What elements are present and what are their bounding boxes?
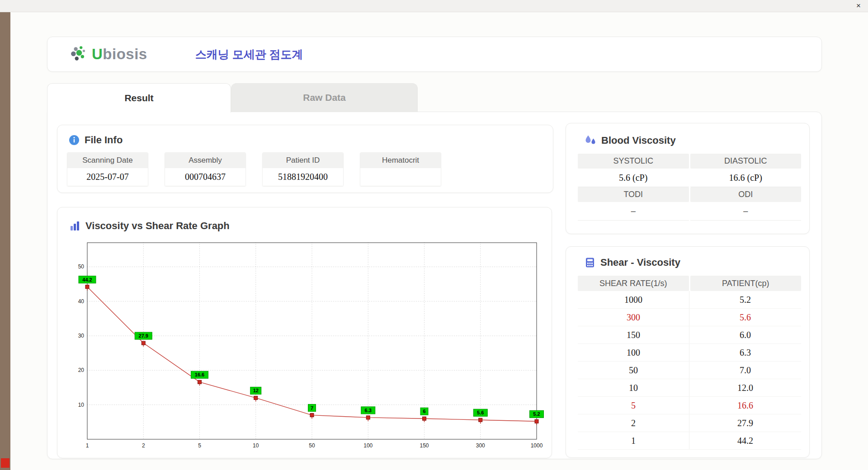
file-info-fields: Scanning Date 2025-07-07 Assembly 000704… [67,152,553,186]
page-title: 스캐닝 모세관 점도계 [195,47,303,62]
logo-dots-icon [69,45,89,64]
shear-rate-column-header: SHEAR RATE(1/s) [578,276,689,291]
field-scanning-date: Scanning Date 2025-07-07 [67,152,148,186]
graph-title-row: Viscosity vs Shear Rate Graph [69,220,552,232]
blood-viscosity-title-row: Blood Viscosity [584,134,809,146]
shear-row: 1000 5.2 [578,291,801,309]
desktop-edge-strip [0,12,10,470]
shear-viscosity-table: SHEAR RATE(1/s) PATIENT(cp) 1000 5.2 300… [578,276,801,450]
svg-text:16.6: 16.6 [195,372,204,377]
blood-viscosity-table: SYSTOLIC DIASTOLIC 5.6 (cP) 16.6 (cP) TO… [578,154,801,221]
blood-viscosity-title: Blood Viscosity [601,135,676,146]
info-icon [68,134,80,146]
patient-viscosity-value: 7.0 [689,362,801,379]
shear-row: 150 6.0 [578,326,801,344]
shear-row: 10 12.0 [578,379,801,397]
patient-viscosity-value: 5.6 [689,309,801,326]
bar-chart-icon [69,220,81,232]
field-assembly: Assembly 000704637 [165,152,246,186]
svg-text:40: 40 [78,298,85,305]
diastolic-value: 16.6 (cP) [690,169,802,187]
field-value: 2025-07-07 [67,168,148,186]
field-hematocrit: Hematocrit [360,152,441,186]
patient-viscosity-value: 6.3 [689,344,801,361]
svg-text:100: 100 [363,442,373,449]
header-card: Ubiosis 스캐닝 모세관 점도계 [47,37,822,72]
svg-text:6.3: 6.3 [365,408,372,413]
window-close-icon[interactable]: × [856,1,861,10]
shear-viscosity-card: Shear - Viscosity SHEAR RATE(1/s) PATIEN… [566,246,810,458]
app-window: × Ubiosis 스캐닝 모세관 점도계 Result Raw Data [0,0,868,470]
droplets-icon [584,134,597,146]
field-label: Scanning Date [67,153,148,168]
todi-value: – [578,202,689,221]
svg-text:2: 2 [142,442,145,449]
svg-text:150: 150 [420,442,429,449]
calculator-icon [584,257,596,268]
file-info-title-row: File Info [68,134,553,146]
chart-wrap: 10203040501251050100150300100044.227.916… [69,237,552,455]
svg-text:12: 12 [253,388,259,393]
taskbar-red-square [1,458,9,468]
shear-row: 1 44.2 [578,432,801,450]
svg-text:1: 1 [86,442,89,449]
shear-rate-value: 10 [578,379,689,396]
svg-text:50: 50 [309,442,315,449]
graph-title: Viscosity vs Shear Rate Graph [85,220,230,232]
svg-text:6: 6 [423,409,425,414]
svg-text:5.2: 5.2 [533,411,540,417]
svg-text:5.6: 5.6 [477,410,484,415]
logo-text: Ubiosis [92,46,147,63]
field-value: 51881920400 [263,168,343,186]
odi-header: ODI [690,187,802,202]
patient-viscosity-value: 16.6 [689,397,801,414]
svg-text:1000: 1000 [531,442,543,449]
tab-result[interactable]: Result [47,83,231,113]
viscosity-chart: 10203040501251050100150300100044.227.916… [69,237,555,453]
svg-text:30: 30 [78,333,85,339]
patient-viscosity-value: 5.2 [689,291,801,308]
svg-text:10: 10 [78,402,85,408]
logo-text-accent: U [92,46,103,62]
shear-table-header: SHEAR RATE(1/s) PATIENT(cp) [578,276,801,291]
svg-text:5: 5 [198,442,201,449]
shear-rate-value: 2 [578,414,689,432]
blood-viscosity-card: Blood Viscosity SYSTOLIC DIASTOLIC 5.6 (… [566,123,810,234]
patient-viscosity-value: 6.0 [689,326,801,343]
patient-viscosity-value: 27.9 [689,414,801,432]
ubiosis-logo: Ubiosis [69,45,147,64]
svg-text:7: 7 [311,405,313,411]
svg-text:300: 300 [476,442,485,449]
shear-rate-value: 100 [578,344,689,361]
field-label: Assembly [165,153,245,168]
file-info-title: File Info [85,134,123,146]
shear-row: 5 16.6 [578,397,801,414]
patient-viscosity-value: 44.2 [689,432,801,449]
shear-rate-value: 1 [578,432,689,449]
shear-rate-value: 5 [578,397,689,414]
shear-viscosity-title: Shear - Viscosity [600,257,680,268]
diastolic-header: DIASTOLIC [690,154,802,169]
shear-rate-value: 50 [578,362,689,379]
shear-row: 2 27.9 [578,414,801,432]
shear-row: 100 6.3 [578,344,801,362]
viscosity-graph-card: Viscosity vs Shear Rate Graph 1020304050… [57,207,552,458]
shear-viscosity-title-row: Shear - Viscosity [584,257,809,268]
shear-row: 300 5.6 [578,309,801,326]
shear-rate-value: 1000 [578,291,689,308]
logo-text-rest: biosis [103,46,147,62]
file-info-card: File Info Scanning Date 2025-07-07 Assem… [57,125,553,193]
field-label: Hematocrit [360,153,441,168]
tab-raw-data[interactable]: Raw Data [231,83,418,112]
svg-text:27.9: 27.9 [139,333,148,338]
systolic-header: SYSTOLIC [578,154,689,169]
shear-row: 50 7.0 [578,362,801,379]
svg-text:20: 20 [78,367,85,373]
shear-rate-value: 300 [578,309,689,326]
shear-rate-value: 150 [578,326,689,343]
field-value: 000704637 [165,168,245,186]
patient-viscosity-value: 12.0 [689,379,801,396]
svg-text:44.2: 44.2 [82,277,92,282]
window-titlebar: × [0,0,868,12]
field-label: Patient ID [263,153,343,168]
